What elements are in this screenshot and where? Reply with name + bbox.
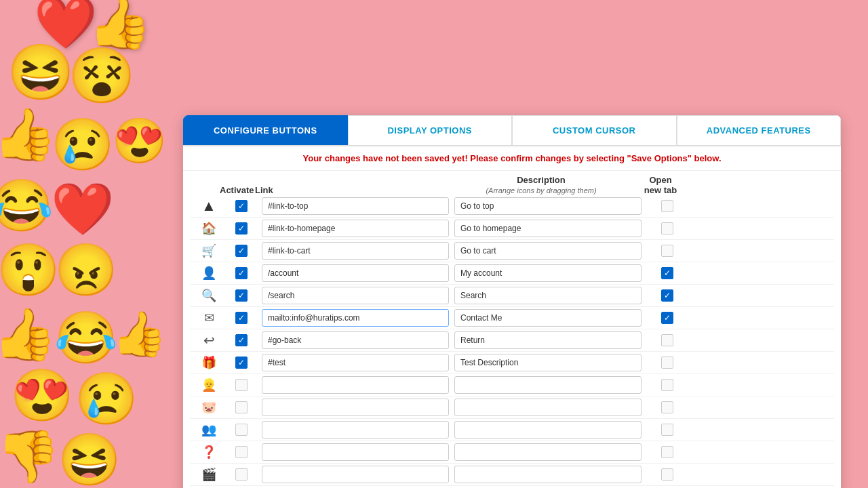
desc-input[interactable] xyxy=(454,197,642,215)
tab-advanced-features[interactable]: ADVANCED FEATURES xyxy=(677,115,842,145)
desc-input[interactable] xyxy=(454,242,642,260)
desc-input[interactable] xyxy=(454,443,642,461)
desc-input-cell[interactable] xyxy=(454,421,642,439)
link-input[interactable] xyxy=(262,197,449,215)
link-input-cell[interactable] xyxy=(262,354,449,371)
link-input[interactable] xyxy=(262,376,449,394)
data-table: ▲ 🏠 🛒 👤 xyxy=(183,195,841,488)
desc-input-cell[interactable] xyxy=(454,220,642,237)
activate-checkbox[interactable] xyxy=(226,312,256,324)
newtab-checkbox[interactable] xyxy=(647,379,688,391)
activate-checkbox[interactable] xyxy=(226,446,256,458)
activate-checkbox[interactable] xyxy=(226,401,256,413)
row-icon: 🐷 xyxy=(197,400,221,415)
newtab-checkbox[interactable] xyxy=(647,312,688,324)
desc-input-cell[interactable] xyxy=(454,443,642,461)
link-input-cell[interactable] xyxy=(262,264,449,282)
link-input-cell[interactable] xyxy=(262,242,449,260)
main-panel: CONFIGURE BUTTONS DISPLAY OPTIONS CUSTOM… xyxy=(183,115,841,488)
column-headers: Activate Link Description (Arrange icons… xyxy=(183,171,841,195)
link-input[interactable] xyxy=(262,399,449,416)
desc-input[interactable] xyxy=(454,220,642,237)
activate-checkbox[interactable] xyxy=(226,468,256,481)
tab-bar: CONFIGURE BUTTONS DISPLAY OPTIONS CUSTOM… xyxy=(183,115,841,146)
link-input-cell[interactable] xyxy=(262,466,449,483)
link-input-cell[interactable] xyxy=(262,376,449,394)
desc-input[interactable] xyxy=(454,309,642,327)
link-input[interactable] xyxy=(262,331,449,349)
link-input[interactable] xyxy=(262,354,449,371)
desc-input-cell[interactable] xyxy=(454,376,642,394)
desc-input[interactable] xyxy=(454,331,642,349)
newtab-checkbox[interactable] xyxy=(647,446,688,458)
desc-input-cell[interactable] xyxy=(454,264,642,282)
col-link-header: Link xyxy=(255,185,442,195)
tab-custom-cursor[interactable]: CUSTOM CURSOR xyxy=(512,115,677,145)
tab-configure-buttons[interactable]: CONFIGURE BUTTONS xyxy=(183,115,348,145)
activate-checkbox[interactable] xyxy=(226,357,256,369)
desc-input-cell[interactable] xyxy=(454,466,642,483)
newtab-checkbox[interactable] xyxy=(647,401,688,413)
desc-input[interactable] xyxy=(454,466,642,483)
desc-input-cell[interactable] xyxy=(454,197,642,215)
activate-checkbox[interactable] xyxy=(226,289,256,302)
newtab-checkbox[interactable] xyxy=(647,222,688,235)
desc-input[interactable] xyxy=(454,376,642,394)
row-icon: ✉ xyxy=(197,310,221,325)
link-input[interactable] xyxy=(262,443,449,461)
link-input-cell[interactable] xyxy=(262,220,449,237)
link-input[interactable] xyxy=(262,220,449,237)
table-row: 🐷 xyxy=(190,396,834,419)
desc-input-cell[interactable] xyxy=(454,399,642,416)
newtab-checkbox[interactable] xyxy=(647,245,688,257)
activate-checkbox[interactable] xyxy=(226,424,256,436)
tab-display-options[interactable]: DISPLAY OPTIONS xyxy=(348,115,513,145)
table-row: 🎁 xyxy=(190,352,834,374)
desc-input[interactable] xyxy=(454,287,642,304)
row-icon: 👤 xyxy=(197,266,221,281)
desc-input-cell[interactable] xyxy=(454,331,642,349)
link-input-cell[interactable] xyxy=(262,309,449,327)
desc-input-cell[interactable] xyxy=(454,354,642,371)
desc-input[interactable] xyxy=(454,354,642,371)
table-row: ▲ xyxy=(190,195,834,218)
newtab-checkbox[interactable] xyxy=(647,267,688,279)
desc-input-cell[interactable] xyxy=(454,287,642,304)
activate-checkbox[interactable] xyxy=(226,245,256,257)
newtab-checkbox[interactable] xyxy=(647,468,688,481)
link-input[interactable] xyxy=(262,309,449,327)
activate-checkbox[interactable] xyxy=(226,200,256,212)
desc-input[interactable] xyxy=(454,264,642,282)
desc-input-cell[interactable] xyxy=(454,242,642,260)
activate-checkbox[interactable] xyxy=(226,379,256,391)
newtab-checkbox[interactable] xyxy=(647,357,688,369)
desc-input-cell[interactable] xyxy=(454,309,642,327)
link-input[interactable] xyxy=(262,287,449,304)
table-row: 👱 xyxy=(190,374,834,396)
link-input[interactable] xyxy=(262,421,449,439)
link-input-cell[interactable] xyxy=(262,197,449,215)
link-input[interactable] xyxy=(262,466,449,483)
link-input[interactable] xyxy=(262,242,449,260)
link-input-cell[interactable] xyxy=(262,443,449,461)
table-row: ✉ xyxy=(190,307,834,329)
table-row: 👤 xyxy=(190,262,834,285)
link-input-cell[interactable] xyxy=(262,421,449,439)
link-input-cell[interactable] xyxy=(262,331,449,349)
newtab-checkbox[interactable] xyxy=(647,200,688,212)
desc-input[interactable] xyxy=(454,399,642,416)
table-row: ↩ xyxy=(190,329,834,352)
desc-input[interactable] xyxy=(454,421,642,439)
activate-checkbox[interactable] xyxy=(226,222,256,235)
link-input-cell[interactable] xyxy=(262,287,449,304)
activate-checkbox[interactable] xyxy=(226,334,256,346)
newtab-checkbox[interactable] xyxy=(647,289,688,302)
row-icon: ↩ xyxy=(197,332,221,348)
link-input[interactable] xyxy=(262,264,449,282)
link-input-cell[interactable] xyxy=(262,399,449,416)
row-icon: 🎬 xyxy=(197,467,221,482)
row-icon: 👱 xyxy=(197,378,221,392)
newtab-checkbox[interactable] xyxy=(647,334,688,346)
newtab-checkbox[interactable] xyxy=(647,424,688,436)
activate-checkbox[interactable] xyxy=(226,267,256,279)
